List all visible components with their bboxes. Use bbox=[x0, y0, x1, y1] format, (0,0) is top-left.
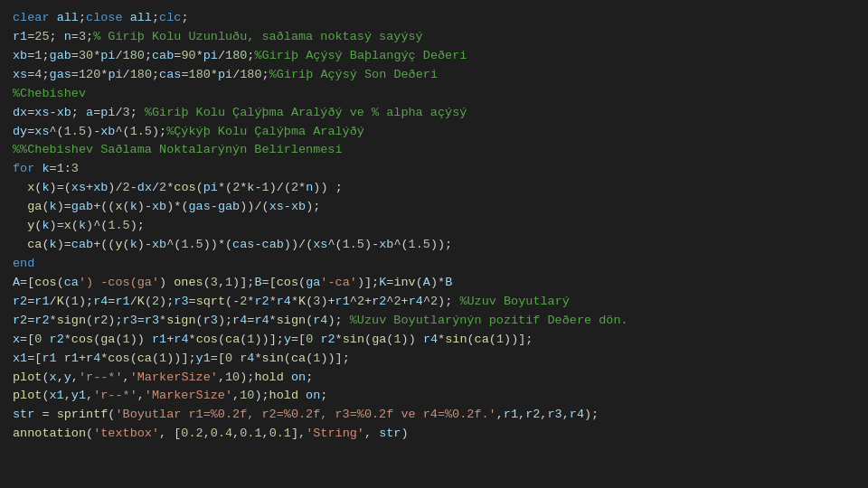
code-line: x1=[r1 r1+r4*cos(ca(1))];y1=[0 r4*sin(ca… bbox=[13, 350, 855, 369]
code-line: %%Chebishev Saðlama Noktalarýnýn Belirle… bbox=[13, 141, 855, 160]
code-line: %Chebishev bbox=[13, 85, 855, 104]
code-line: x=[0 r2*cos(ga(1)) r1+r4*cos(ca(1))];y=[… bbox=[13, 331, 855, 350]
code-line: xb=1;gab=30*pi/180;cab=90*pi/180;%Giriþ … bbox=[13, 47, 855, 66]
code-line: plot(x1,y1,'r--*','MarkerSize',10);hold … bbox=[13, 387, 855, 406]
code-line: r1=25; n=3;% Giriþ Kolu Uzunluðu, saðlam… bbox=[13, 28, 855, 47]
code-line: ca(k)=cab+((y(k)-xb^(1.5))*(cas-cab))/(x… bbox=[13, 236, 855, 255]
code-line: dy=xs^(1.5)-xb^(1.5);%Çýkýþ Kolu Çalýþma… bbox=[13, 123, 855, 142]
code-line: dx=xs-xb; a=pi/3; %Giriþ Kolu Çalýþma Ar… bbox=[13, 104, 855, 123]
code-line: annotation('textbox', [0.2,0.4,0.1,0.1],… bbox=[13, 425, 855, 444]
code-line: r2=r2*sign(r2);r3=r3*sign(r3);r4=r4*sign… bbox=[13, 312, 855, 331]
code-line: x(k)=(xs+xb)/2-dx/2*cos(pi*(2*k-1)/(2*n)… bbox=[13, 179, 855, 198]
code-line: clear all;close all;clc; bbox=[13, 9, 855, 28]
code-line: plot(x,y,'r--*','MarkerSize',10);hold on… bbox=[13, 369, 855, 388]
code-line: A=[cos(ca') -cos(ga') ones(3,1)];B=[cos(… bbox=[13, 274, 855, 293]
code-line: ga(k)=gab+((x(k)-xb)*(gas-gab))/(xs-xb); bbox=[13, 198, 855, 217]
code-line: str = sprintf('Boyutlar r1=%0.2f, r2=%0.… bbox=[13, 406, 855, 425]
code-editor: clear all;close all;clc;r1=25; n=3;% Gir… bbox=[0, 0, 868, 488]
code-line: xs=4;gas=120*pi/180;cas=180*pi/180;%Giri… bbox=[13, 66, 855, 85]
code-line: r2=r1/K(1);r4=r1/K(2);r3=sqrt(-2*r2*r4*K… bbox=[13, 293, 855, 312]
code-line: end bbox=[13, 255, 855, 274]
code-line: y(k)=x(k)^(1.5); bbox=[13, 217, 855, 236]
code-line: for k=1:3 bbox=[13, 160, 855, 179]
